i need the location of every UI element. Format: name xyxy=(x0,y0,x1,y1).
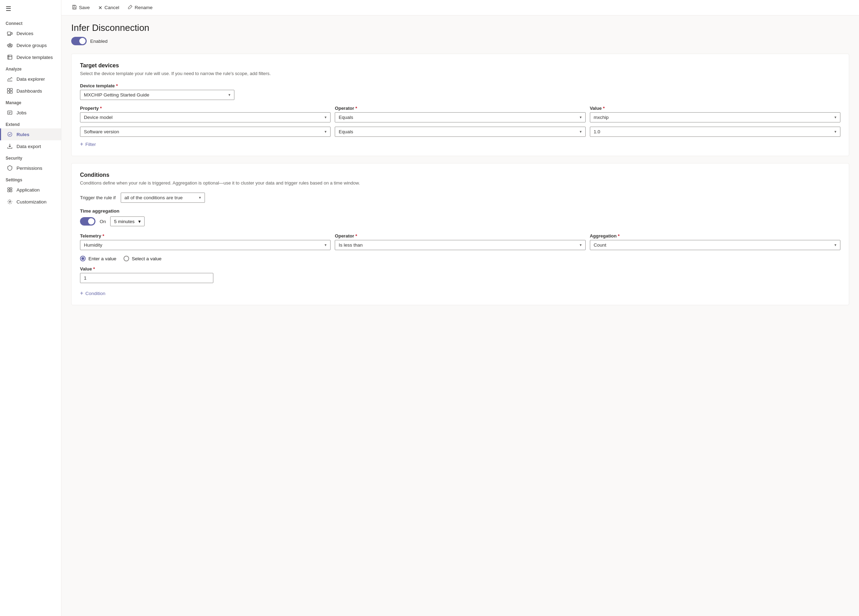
connect-section-label: Connect xyxy=(0,17,61,27)
sidebar-jobs-label: Jobs xyxy=(17,110,27,115)
manage-section-label: Manage xyxy=(0,97,61,107)
customization-icon xyxy=(7,198,13,205)
svg-rect-17 xyxy=(10,88,12,90)
value-dropdown-1[interactable]: mxchip ▾ xyxy=(590,112,840,122)
select-value-radio[interactable]: Select a value xyxy=(123,256,162,261)
svg-rect-18 xyxy=(7,91,9,93)
svg-rect-1 xyxy=(11,33,12,34)
page-content: Infer Disconnection Enabled Target devic… xyxy=(61,16,859,319)
svg-rect-12 xyxy=(8,55,12,59)
enter-value-radio-circle xyxy=(80,256,86,261)
value-dropdown-2[interactable]: 1.0 ▾ xyxy=(590,126,840,137)
time-value: 5 minutes xyxy=(114,219,135,224)
operator-dropdown-2[interactable]: Equals ▾ xyxy=(335,126,585,137)
enabled-toggle[interactable] xyxy=(71,37,87,45)
target-devices-section: Target devices Select the device templat… xyxy=(71,54,849,156)
telemetry-value: Humidity xyxy=(84,242,103,248)
sidebar: ☰ Connect Devices Device groups Device t… xyxy=(0,0,61,616)
property-value-1: Device model xyxy=(84,115,112,120)
add-filter-label: Filter xyxy=(85,142,96,147)
settings-section-label: Settings xyxy=(0,174,61,184)
time-agg-controls: On 5 minutes ▾ xyxy=(80,217,840,226)
conditions-title: Conditions xyxy=(80,172,840,178)
save-button[interactable]: Save xyxy=(69,3,93,12)
sidebar-item-data-export[interactable]: Data export xyxy=(0,140,61,152)
sidebar-item-application[interactable]: Application xyxy=(0,184,61,196)
sidebar-item-dashboards[interactable]: Dashboards xyxy=(0,85,61,97)
enabled-toggle-row: Enabled xyxy=(71,37,849,45)
svg-rect-6 xyxy=(9,44,11,45)
svg-rect-5 xyxy=(7,45,9,46)
add-condition-button[interactable]: + Condition xyxy=(80,290,840,296)
chevron-down-icon: ▾ xyxy=(325,115,327,120)
operator-value-1: Equals xyxy=(339,115,353,120)
sidebar-item-device-groups[interactable]: Device groups xyxy=(0,39,61,51)
chevron-down-icon: ▾ xyxy=(199,195,201,200)
svg-rect-24 xyxy=(8,188,9,189)
value-input[interactable] xyxy=(80,273,213,283)
rename-icon xyxy=(128,5,133,11)
save-icon xyxy=(72,5,77,11)
sidebar-item-permissions[interactable]: Permissions xyxy=(0,162,61,174)
cancel-button[interactable]: ✕ Cancel xyxy=(95,3,123,12)
conditions-section: Conditions Conditions define when your r… xyxy=(71,163,849,305)
svg-point-28 xyxy=(9,201,11,203)
chevron-down-icon: ▾ xyxy=(834,115,837,120)
sidebar-item-jobs[interactable]: Jobs xyxy=(0,107,61,119)
sidebar-permissions-label: Permissions xyxy=(17,165,42,171)
add-filter-button[interactable]: + Filter xyxy=(80,141,840,147)
value-field-label: Value * xyxy=(80,266,213,271)
sidebar-application-label: Application xyxy=(17,187,40,193)
sidebar-device-groups-label: Device groups xyxy=(17,43,47,48)
sidebar-item-device-templates[interactable]: Device templates xyxy=(0,51,61,63)
analyze-section-label: Analyze xyxy=(0,63,61,73)
aggregation-value: Count xyxy=(594,242,606,248)
sidebar-item-customization[interactable]: Customization xyxy=(0,196,61,208)
device-templates-icon xyxy=(7,54,13,60)
value-value-1: mxchip xyxy=(594,115,609,120)
sidebar-devices-label: Devices xyxy=(17,31,33,36)
time-aggregation-toggle[interactable] xyxy=(80,217,95,226)
enter-value-radio[interactable]: Enter a value xyxy=(80,256,117,261)
sidebar-dashboards-label: Dashboards xyxy=(17,88,42,94)
property-dropdown-1[interactable]: Device model ▾ xyxy=(80,112,331,122)
time-dropdown[interactable]: 5 minutes ▾ xyxy=(110,217,145,226)
hamburger-button[interactable]: ☰ xyxy=(0,0,61,17)
svg-rect-19 xyxy=(10,91,12,93)
operator-value-2: Equals xyxy=(339,129,353,134)
telemetry-operator-label: Operator * xyxy=(335,233,585,239)
svg-rect-16 xyxy=(7,88,9,90)
svg-rect-29 xyxy=(73,7,75,9)
toggle-thumb xyxy=(79,38,86,44)
data-export-icon xyxy=(7,143,13,150)
value-field-group: Value * xyxy=(80,266,213,283)
telemetry-label: Telemetry * xyxy=(80,233,331,239)
trigger-dropdown[interactable]: all of the conditions are true ▾ xyxy=(121,193,205,203)
device-template-dropdown[interactable]: MXCHIP Getting Started Guide ▾ xyxy=(80,90,234,100)
sidebar-item-rules[interactable]: Rules xyxy=(0,128,61,140)
svg-point-23 xyxy=(8,132,12,136)
sidebar-customization-label: Customization xyxy=(17,199,47,204)
chevron-down-icon: ▾ xyxy=(580,243,582,247)
devices-icon xyxy=(7,30,13,36)
svg-rect-0 xyxy=(7,32,11,34)
telemetry-dropdown[interactable]: Humidity ▾ xyxy=(80,240,331,250)
conditions-desc: Conditions define when your rule is trig… xyxy=(80,180,840,186)
page-title: Infer Disconnection xyxy=(71,22,849,33)
aggregation-dropdown[interactable]: Count ▾ xyxy=(590,240,840,250)
telemetry-operator-dropdown[interactable]: Is less than ▾ xyxy=(335,240,585,250)
time-toggle-thumb xyxy=(88,218,94,225)
application-icon xyxy=(7,187,13,193)
time-aggregation-row: Time aggregation On 5 minutes ▾ xyxy=(80,208,840,226)
svg-rect-30 xyxy=(73,5,75,6)
rename-button[interactable]: Rename xyxy=(124,3,156,12)
property-dropdown-2[interactable]: Software version ▾ xyxy=(80,126,331,137)
chevron-down-icon: ▾ xyxy=(834,243,837,247)
sidebar-item-data-explorer[interactable]: Data explorer xyxy=(0,73,61,85)
sidebar-item-devices[interactable]: Devices xyxy=(0,27,61,39)
operator-dropdown-1[interactable]: Equals ▾ xyxy=(335,112,585,122)
operator-label-1: Operator * xyxy=(335,106,585,111)
time-on-label: On xyxy=(100,219,106,224)
dashboards-icon xyxy=(7,88,13,94)
svg-rect-20 xyxy=(8,111,12,114)
